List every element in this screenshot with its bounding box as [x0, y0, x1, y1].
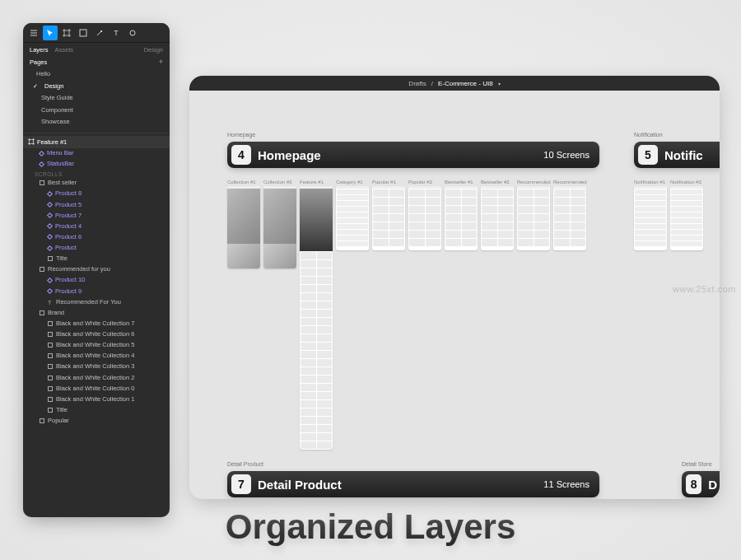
layer-label: Product 10	[55, 276, 85, 284]
canvas-body[interactable]: Homepage 4 Homepage 10 Screens Notificat…	[189, 91, 720, 499]
section-title: Detail Product	[258, 478, 342, 492]
group-label-detailstore: Detail Store	[682, 461, 712, 467]
layer-label: Product 6	[55, 233, 82, 241]
section-number: 4	[231, 145, 251, 165]
layer-row[interactable]: StatusBar	[23, 159, 170, 170]
screen-thumb[interactable]	[517, 186, 550, 250]
layer-row[interactable]: Product 8	[23, 189, 170, 199]
section-number: 5	[638, 145, 658, 165]
tool-text[interactable]: T	[109, 26, 124, 40]
layer-row[interactable]: Recommended for you	[23, 264, 170, 275]
group-label-homepage: Homepage	[227, 132, 255, 138]
layer-row[interactable]: Title	[23, 404, 170, 415]
section-detail-product: 7 Detail Product 11 Screens	[227, 471, 599, 497]
svg-text:T: T	[114, 29, 119, 37]
frame-icon	[48, 343, 53, 348]
tab-design[interactable]: Design	[144, 46, 163, 54]
screen-thumb[interactable]	[336, 186, 369, 250]
frame-icon	[48, 353, 53, 358]
frame-icon	[40, 180, 44, 185]
tool-rect[interactable]	[76, 26, 91, 40]
text-icon	[48, 300, 53, 305]
screen-thumb[interactable]	[553, 186, 586, 250]
layer-row[interactable]: Black and White Collection 1	[23, 394, 170, 404]
section-title: Notific	[664, 148, 703, 162]
frame-icon	[48, 364, 53, 369]
breadcrumb-file[interactable]: E-Commerce - UI8	[438, 80, 493, 87]
pages-header-label: Pages	[30, 58, 47, 66]
frame-mini-label: Notification #2	[670, 180, 701, 184]
layer-row[interactable]: Product 4	[23, 221, 170, 231]
layer-row[interactable]: Black and White Collection 7	[23, 318, 170, 329]
divider	[23, 133, 170, 133]
breadcrumb-root[interactable]: Drafts	[408, 80, 426, 87]
section-title: Homepage	[258, 148, 321, 162]
layer-label: Best seller	[48, 179, 77, 187]
layer-row[interactable]: Product	[23, 243, 170, 254]
tool-frame[interactable]	[59, 26, 74, 40]
screen-thumb[interactable]	[670, 186, 703, 250]
component-icon	[47, 212, 53, 218]
page-item[interactable]: Style Guide	[23, 92, 170, 105]
section-title: D	[708, 478, 717, 492]
layer-label: Black and White Collection 7	[56, 320, 134, 328]
add-page-icon[interactable]: +	[159, 58, 163, 66]
layer-label: Black and White Collection 0	[56, 385, 134, 393]
screen-thumb[interactable]	[481, 186, 514, 250]
layer-row[interactable]: Black and White Collection 0	[23, 383, 170, 394]
layer-row[interactable]: Product 10	[23, 275, 170, 286]
page-item[interactable]: Component	[23, 105, 170, 117]
page-item[interactable]: Hello	[23, 68, 170, 81]
layer-label: Product 8	[55, 189, 82, 198]
layer-label: StatusBar	[47, 160, 74, 168]
component-icon	[47, 234, 53, 240]
page-item[interactable]: Design	[23, 81, 170, 93]
frame-mini-label: Bestseller #1	[445, 180, 473, 184]
scrolls-label: SCROLLS	[23, 170, 170, 178]
tab-assets[interactable]: Assets	[55, 46, 74, 54]
page-item[interactable]: Showcase	[23, 116, 170, 128]
layer-row[interactable]: Title	[23, 254, 170, 264]
layer-row[interactable]: Black and White Collection 4	[23, 351, 170, 362]
layer-row[interactable]: Best seller	[23, 178, 170, 189]
group-label-notification: Notification	[634, 132, 663, 138]
layer-row[interactable]: Product 7	[23, 210, 170, 221]
group-label-detailproduct: Detail Product	[227, 461, 263, 467]
layer-row[interactable]: Black and White Collection 2	[23, 372, 170, 383]
component-icon	[47, 245, 53, 251]
layer-row[interactable]: Popular	[23, 416, 170, 427]
frame-icon	[40, 310, 44, 315]
layer-row[interactable]: Product 5	[23, 199, 170, 210]
screen-thumb[interactable]	[372, 186, 405, 250]
layer-row[interactable]: Black and White Collection 3	[23, 362, 170, 372]
section-number: 8	[686, 474, 701, 494]
screen-thumb[interactable]	[408, 186, 441, 250]
layer-row[interactable]: Black and White Collection 5	[23, 340, 170, 351]
tab-layers[interactable]: Layers	[30, 46, 49, 54]
screen-thumb[interactable]	[300, 186, 333, 450]
layer-label: Product 5	[55, 201, 82, 209]
tool-pen[interactable]	[92, 26, 107, 40]
layer-label: Brand	[48, 309, 64, 317]
screen-thumb[interactable]	[227, 186, 260, 268]
layer-row[interactable]: Recommended For You	[23, 296, 170, 307]
tool-menu[interactable]	[26, 26, 41, 40]
layer-row[interactable]: Brand	[23, 307, 170, 318]
section-number: 7	[231, 474, 251, 494]
screen-thumb[interactable]	[263, 186, 296, 268]
tool-move[interactable]	[43, 26, 58, 40]
frame-mini-label: Collection #2	[263, 180, 292, 184]
layer-row[interactable]: Black and White Collection 6	[23, 329, 170, 340]
section-notification: 5 Notific	[634, 142, 720, 168]
layer-row[interactable]: Product 6	[23, 231, 170, 242]
layer-label: Black and White Collection 5	[56, 341, 134, 349]
layer-row[interactable]: Menu Bar	[23, 148, 170, 159]
layers-frame-header[interactable]: Feature #1	[23, 136, 170, 148]
layer-label: Title	[56, 406, 68, 414]
layer-label: Product 7	[55, 212, 82, 220]
screen-thumb[interactable]	[445, 186, 478, 250]
screen-thumb[interactable]	[634, 186, 667, 250]
layer-row[interactable]: Product 9	[23, 286, 170, 296]
canvas-panel: Drafts / E-Commerce - UI8 ▾ Homepage 4 H…	[189, 76, 720, 499]
tool-hand[interactable]	[125, 26, 140, 40]
